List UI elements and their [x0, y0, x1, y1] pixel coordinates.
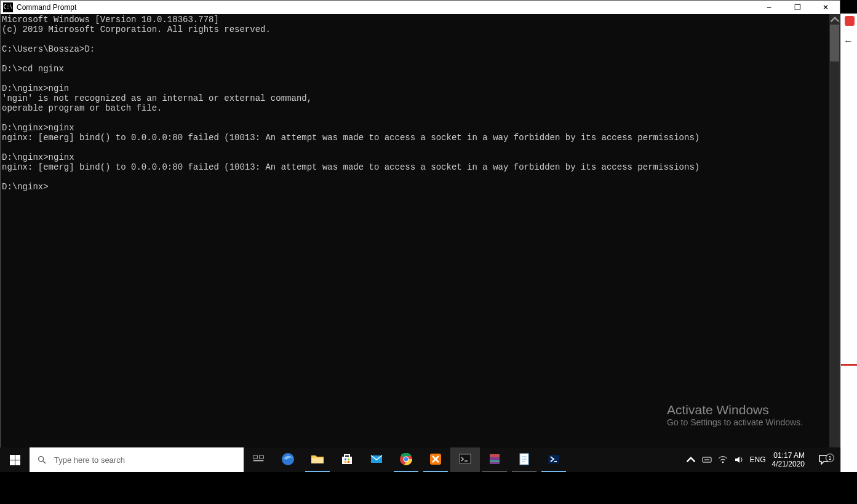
tray-volume-icon[interactable]	[734, 455, 744, 465]
command-prompt-icon	[458, 452, 472, 468]
maximize-icon: ❐	[794, 3, 801, 12]
adjacent-window-red-icon	[845, 16, 855, 26]
close-button[interactable]: ✕	[811, 1, 840, 14]
command-prompt-window: C:\ Command Prompt – ❐ ✕ Microsoft Windo…	[0, 0, 840, 472]
scrollbar-thumb[interactable]	[830, 25, 839, 61]
svg-rect-4	[253, 460, 264, 461]
search-icon	[37, 455, 47, 465]
taskbar-app-mail[interactable]	[362, 447, 391, 472]
svg-point-15	[404, 457, 409, 461]
svg-rect-9	[348, 459, 349, 460]
start-button[interactable]	[0, 447, 30, 472]
scroll-up-button[interactable]	[829, 14, 840, 25]
task-view-icon	[252, 453, 265, 467]
file-explorer-icon	[310, 452, 325, 468]
taskbar: Type here to search ENG 01:17 AM 4/21/20…	[0, 447, 840, 472]
svg-rect-6	[311, 458, 324, 463]
adjacent-window-sliver: ←	[840, 14, 857, 472]
taskbar-search[interactable]: Type here to search	[30, 447, 244, 472]
svg-point-0	[39, 457, 44, 462]
tray-clock[interactable]: 01:17 AM 4/21/2020	[772, 451, 805, 468]
terminal-output[interactable]: Microsoft Windows [Version 10.0.18363.77…	[1, 14, 829, 471]
system-tray: ENG 01:17 AM 4/21/2020 1	[680, 447, 840, 472]
minimize-button[interactable]: –	[755, 1, 783, 14]
chrome-icon	[399, 452, 413, 468]
taskbar-app-chrome[interactable]	[391, 447, 421, 472]
svg-rect-8	[345, 459, 346, 460]
svg-line-1	[43, 461, 46, 463]
action-center-button[interactable]: 1	[811, 454, 838, 466]
powershell-icon	[546, 452, 561, 468]
adjacent-window-red-line	[841, 364, 857, 366]
tray-language[interactable]: ENG	[750, 455, 766, 464]
taskbar-app-microsoft-store[interactable]	[332, 447, 362, 472]
tray-wifi-icon[interactable]	[718, 455, 728, 465]
svg-rect-17	[460, 454, 471, 463]
search-placeholder: Type here to search	[54, 455, 125, 465]
svg-point-5	[282, 453, 294, 465]
maximize-button[interactable]: ❐	[783, 1, 811, 14]
vertical-scrollbar[interactable]	[829, 14, 840, 471]
minimize-icon: –	[767, 3, 771, 12]
microsoft-store-icon	[340, 452, 354, 468]
title-bar[interactable]: C:\ Command Prompt – ❐ ✕	[1, 1, 840, 14]
winrar-icon	[487, 452, 502, 468]
taskbar-app-task-view[interactable]	[244, 447, 273, 472]
svg-rect-21	[490, 460, 500, 462]
scrollbar-track[interactable]	[829, 25, 840, 461]
taskbar-app-edge[interactable]	[273, 447, 303, 472]
window-title: Command Prompt	[17, 3, 76, 12]
adjacent-window-back-icon: ←	[843, 36, 853, 47]
tray-chevron-up-icon[interactable]	[686, 455, 696, 465]
xampp-icon	[428, 452, 443, 468]
letterbox-bottom	[0, 472, 857, 504]
svg-rect-20	[490, 454, 500, 457]
edge-icon	[281, 452, 295, 468]
taskbar-app-winrar[interactable]	[480, 447, 509, 472]
svg-rect-11	[348, 461, 349, 463]
taskbar-app-command-prompt[interactable]	[450, 447, 480, 472]
taskbar-app-notepad[interactable]	[509, 447, 539, 472]
svg-rect-7	[342, 457, 352, 464]
tray-time: 01:17 AM	[772, 451, 805, 460]
tray-ime-icon[interactable]	[702, 455, 712, 465]
svg-point-29	[722, 462, 723, 463]
svg-rect-3	[260, 455, 264, 459]
cmd-title-icon: C:\	[3, 2, 13, 12]
notification-badge: 1	[826, 454, 834, 462]
notepad-icon	[517, 452, 532, 468]
tray-date: 4/21/2020	[772, 460, 805, 468]
taskbar-app-file-explorer[interactable]	[303, 447, 332, 472]
windows-logo-icon	[10, 455, 20, 465]
taskbar-app-powershell[interactable]	[539, 447, 568, 472]
taskbar-app-xampp[interactable]	[421, 447, 450, 472]
mail-icon	[369, 452, 384, 468]
close-icon: ✕	[823, 3, 829, 12]
svg-rect-10	[345, 461, 346, 463]
svg-rect-2	[253, 455, 258, 459]
